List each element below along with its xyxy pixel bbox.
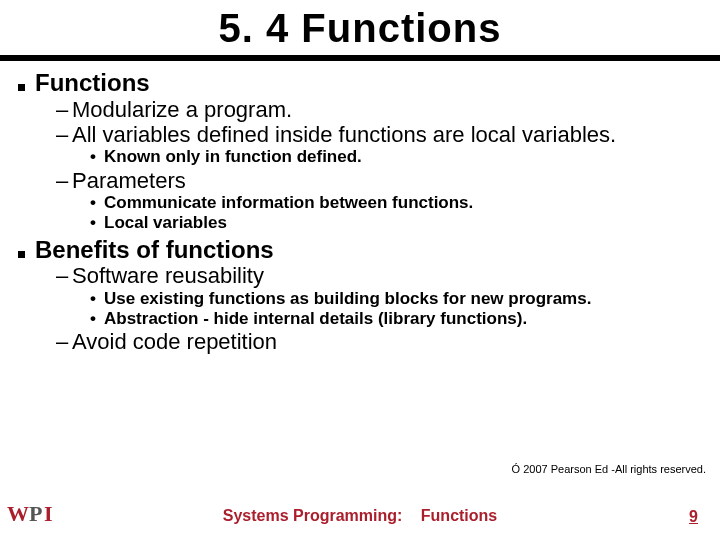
dot-icon: • [90, 147, 104, 167]
dot-item: • Known only in function defined. [90, 147, 702, 167]
copyright-notice: Ó 2007 Pearson Ed -All rights reserved. [510, 462, 708, 476]
page-number: 9 [689, 508, 698, 526]
dot-text: Use existing functions as building block… [104, 289, 591, 309]
bullet-label: Benefits of functions [35, 236, 274, 264]
dot-item: • Local variables [90, 213, 702, 233]
dash-icon: – [56, 263, 72, 288]
slide-body: Functions – Modularize a program. – All … [0, 61, 720, 355]
dash-item: – Avoid code repetition [56, 329, 702, 354]
slide-title-area: 5. 4 Functions [0, 0, 720, 61]
dash-text: Modularize a program. [72, 97, 292, 122]
dot-icon: • [90, 213, 104, 233]
dash-icon: – [56, 329, 72, 354]
dash-item: – Parameters [56, 168, 702, 193]
dot-text: Known only in function defined. [104, 147, 362, 167]
dash-icon: – [56, 168, 72, 193]
dash-item: – Modularize a program. [56, 97, 702, 122]
square-bullet-icon [18, 251, 25, 258]
slide-title: 5. 4 Functions [0, 6, 720, 51]
dot-icon: • [90, 309, 104, 329]
footer-right-label: Functions [421, 507, 497, 524]
dot-icon: • [90, 289, 104, 309]
bullet-label: Functions [35, 69, 150, 97]
footer-left-label: Systems Programming: [223, 507, 403, 524]
bullet-functions: Functions [18, 69, 702, 97]
dot-item: • Use existing functions as building blo… [90, 289, 702, 309]
dash-text: All variables defined inside functions a… [72, 122, 616, 147]
dash-icon: – [56, 122, 72, 147]
dot-item: • Communicate information between functi… [90, 193, 702, 213]
dash-text: Avoid code repetition [72, 329, 277, 354]
dash-text: Software reusability [72, 263, 264, 288]
dot-icon: • [90, 193, 104, 213]
dash-item: – Software reusability [56, 263, 702, 288]
dot-text: Communicate information between function… [104, 193, 473, 213]
dash-text: Parameters [72, 168, 186, 193]
square-bullet-icon [18, 84, 25, 91]
dot-text: Local variables [104, 213, 227, 233]
bullet-benefits: Benefits of functions [18, 236, 702, 264]
dot-text: Abstraction - hide internal details (lib… [104, 309, 527, 329]
dash-item: – All variables defined inside functions… [56, 122, 702, 147]
slide-footer: W P I Systems Programming: Functions 9 [0, 492, 720, 540]
dot-item: • Abstraction - hide internal details (l… [90, 309, 702, 329]
dash-icon: – [56, 97, 72, 122]
footer-caption: Systems Programming: Functions [0, 507, 720, 525]
